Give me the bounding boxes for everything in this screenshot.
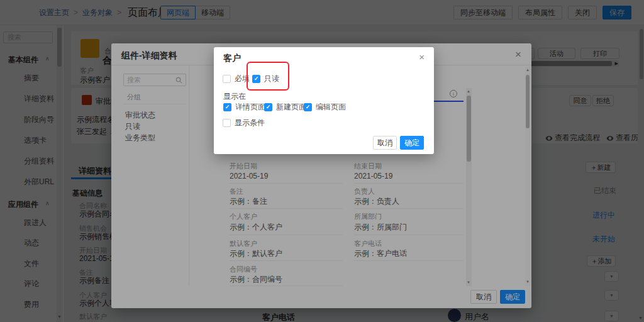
required-checkbox-row[interactable]: ✓ 必填	[223, 74, 250, 84]
check-icon: ✓	[306, 104, 311, 110]
page-layout-editor: 设置主页 > 业务对象 > 页面布局 网页端 移动端 同步至移动端 布局属性 关…	[0, 0, 644, 322]
display-edit-label: 编辑页面	[316, 102, 346, 113]
readonly-checkbox-row[interactable]: ✓ 只读	[252, 74, 279, 84]
readonly-label: 只读	[264, 74, 279, 84]
readonly-checkbox[interactable]: ✓	[252, 75, 260, 83]
display-new-checkbox[interactable]: ✓	[264, 103, 272, 111]
display-condition-checkbox-row[interactable]: ✓ 显示条件	[223, 118, 265, 128]
display-detail-checkbox[interactable]: ✓	[223, 103, 231, 111]
check-icon: ✓	[225, 104, 230, 110]
display-in-label: 显示在	[223, 91, 246, 102]
confirm-button[interactable]: 确定	[400, 136, 424, 150]
display-condition-checkbox[interactable]: ✓	[223, 119, 231, 127]
field-settings-modal: 客户 × ✓ 必填 ✓ 只读 显示在 ✓ 详情页面 ✓ 新建页面 ✓ 编辑页面 …	[214, 47, 434, 154]
check-icon: ✓	[266, 104, 271, 110]
display-new-checkbox-row[interactable]: ✓ 新建页面	[264, 102, 306, 113]
cancel-button[interactable]: 取消	[373, 136, 397, 150]
display-detail-checkbox-row[interactable]: ✓ 详情页面	[223, 102, 265, 113]
close-icon[interactable]: ×	[419, 52, 425, 62]
display-new-label: 新建页面	[276, 102, 306, 113]
display-edit-checkbox-row[interactable]: ✓ 编辑页面	[304, 102, 346, 113]
display-edit-checkbox[interactable]: ✓	[304, 103, 312, 111]
modal-title: 客户	[223, 53, 241, 64]
display-detail-label: 详情页面	[235, 102, 265, 113]
required-checkbox[interactable]: ✓	[223, 75, 231, 83]
required-label: 必填	[235, 74, 250, 84]
display-condition-label: 显示条件	[235, 118, 265, 128]
check-icon: ✓	[254, 76, 259, 82]
